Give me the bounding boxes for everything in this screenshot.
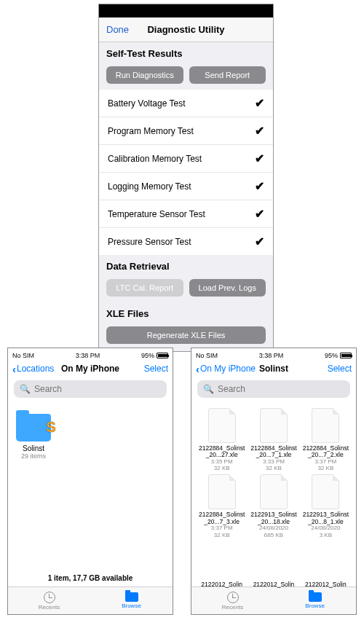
page-title: Solinst [259,364,288,374]
carrier-text: No SIM [12,352,34,359]
search-input[interactable] [218,384,344,394]
file-date: 24/08/2020 [249,525,298,532]
file-size: 685 KB [249,532,298,538]
document-icon [312,474,339,509]
test-label: Program Memory Test [108,126,194,136]
folder-label: Solinst [14,444,53,452]
storage-footer: 1 item, 17,7 GB available [8,570,173,586]
search-field[interactable]: 🔍 [197,380,350,398]
document-icon [208,474,236,509]
file-name: 2122913_Solinst_20...8_1.xle [301,511,350,525]
tab-label: Browse [305,603,325,609]
file-item[interactable]: 2122913_Solinst_20...8_1.xle24/08/20203 … [301,474,350,538]
file-item[interactable]: 2122913_Solinst_20...18.xle24/08/2020685… [249,474,298,538]
battery-percent: 95% [325,352,338,359]
load-prev-logs-button[interactable]: Load Prev. Logs [189,279,266,297]
test-label: Temperature Sensor Test [108,209,205,219]
nav-bar: ‹Locations On My iPhone Select [8,360,173,379]
tab-bar: Recents Browse [191,586,356,614]
status-bar: No SIM 3:38 PM 95% [191,348,356,360]
peek-row: 2122012_Solin 2122012_Solin 2122012_Soli… [197,581,350,588]
file-name-peek: 2122012_Solin [197,581,246,588]
document-icon [260,408,288,443]
clock-icon [44,592,55,603]
tab-browse[interactable]: Browse [274,587,356,614]
status-bar-black [99,4,273,17]
document-icon [208,408,236,443]
check-icon: ✔ [255,235,264,248]
files-on-my-iphone-window: No SIM 3:38 PM 95% ‹Locations On My iPho… [7,348,173,615]
run-diagnostics-button[interactable]: Run Diagnostics [106,66,183,84]
select-button[interactable]: Select [144,364,168,374]
nav-bar: Done Diagnostic Utility [99,17,273,42]
file-name: 2122884_Solinst_20...27.xle [197,445,246,459]
back-button[interactable]: ‹Locations [12,363,54,375]
folder-count: 29 items [14,452,53,460]
done-button[interactable]: Done [106,24,129,35]
battery-icon [157,353,168,358]
file-size: 3 KB [301,532,350,538]
test-row: Calibration Memory Test✔ [99,145,273,173]
file-name: 2122913_Solinst_20...18.xle [249,511,298,525]
check-icon: ✔ [255,124,264,138]
tab-browse[interactable]: Browse [90,587,173,614]
status-bar: No SIM 3:38 PM 95% [8,348,173,360]
section-header-data-retrieval: Data Retrieval [99,255,273,276]
page-title: Diagnostic Utility [147,24,224,35]
file-date: 3:37 PM [301,459,350,466]
test-label: Battery Voltage Test [108,98,186,109]
files-grid: 2122884_Solinst_20...27.xle3:35 PM32 KB … [197,408,350,538]
clock-text: 3:38 PM [259,352,284,359]
file-name-peek: 2122012_Solin [249,581,298,588]
files-body: S Solinst 29 items [8,402,173,570]
nav-bar: ‹On My iPhone Solinst Select [191,360,356,379]
file-item[interactable]: 2122884_Solinst_20...7_1.xle3:33 PM32 KB [249,408,298,471]
test-row: Pressure Sensor Test✔ [99,228,273,255]
back-button[interactable]: ‹On My iPhone [196,363,256,375]
file-size: 32 KB [197,532,246,538]
file-name-peek: 2122012_Solin [301,581,350,588]
ltc-cal-report-button[interactable]: LTC Cal. Report [106,279,183,297]
button-row: LTC Cal. Report Load Prev. Logs [99,276,273,302]
file-date: 3:33 PM [249,459,298,466]
back-label: Locations [17,364,54,374]
search-icon: 🔍 [20,384,31,394]
file-size: 32 KB [249,465,298,471]
file-item[interactable]: 2122884_Solinst_20...7_3.xle3:37 PM32 KB [197,474,246,538]
test-label: Pressure Sensor Test [108,237,191,247]
chevron-left-icon: ‹ [196,363,199,375]
files-solinst-window: No SIM 3:38 PM 95% ‹On My iPhone Solinst… [191,348,357,615]
diagnostic-utility-window: Done Diagnostic Utility Self-Test Result… [98,4,274,352]
page-title: On My iPhone [61,364,119,374]
search-field[interactable]: 🔍 [14,380,167,398]
file-item[interactable]: 2122884_Solinst_20...27.xle3:35 PM32 KB [197,408,246,471]
check-icon: ✔ [255,96,264,110]
tab-label: Recents [222,604,243,611]
file-size: 32 KB [197,465,246,471]
file-name: 2122884_Solinst_20...7_3.xle [197,511,246,525]
folder-icon [309,592,322,602]
clock-text: 3:38 PM [76,352,100,359]
document-icon [312,408,339,443]
file-item[interactable]: 2122884_Solinst_20...7_2.xle3:37 PM32 KB [301,408,350,471]
search-icon: 🔍 [203,384,214,394]
tab-recents[interactable]: Recents [191,587,274,614]
test-row: Battery Voltage Test✔ [99,90,273,117]
test-list: Battery Voltage Test✔ Program Memory Tes… [99,90,273,255]
select-button[interactable]: Select [328,364,352,374]
regenerate-xle-button[interactable]: Regenerate XLE Files [106,326,266,344]
search-input[interactable] [34,384,161,394]
section-header-selftest: Self-Test Results [99,42,273,63]
tab-bar: Recents Browse [8,586,173,614]
file-date: 3:37 PM [197,525,246,532]
file-date: 3:35 PM [197,459,246,466]
clock-icon [227,592,239,603]
send-report-button[interactable]: Send Report [189,66,266,84]
chevron-left-icon: ‹ [12,363,16,375]
tab-recents[interactable]: Recents [8,587,90,614]
test-row: Program Memory Test✔ [99,117,273,145]
back-label: On My iPhone [200,364,256,374]
test-label: Logging Memory Test [108,181,191,192]
folder-item-solinst[interactable]: S Solinst 29 items [14,414,53,460]
section-header-xle-files: XLE Files [99,302,273,323]
